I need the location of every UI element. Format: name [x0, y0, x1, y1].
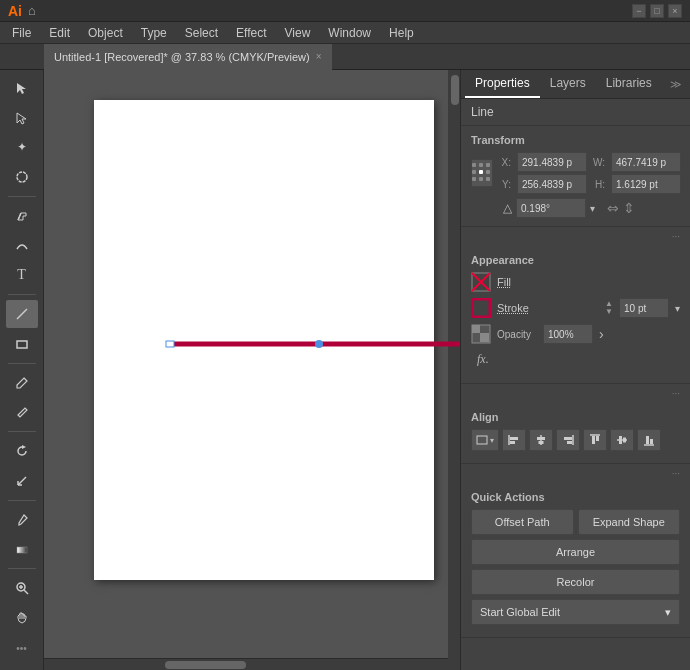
transform-section: Transform	[461, 126, 690, 227]
menu-type[interactable]: Type	[133, 24, 175, 42]
menu-effect[interactable]: Effect	[228, 24, 274, 42]
fill-swatch[interactable]	[471, 272, 491, 292]
menu-select[interactable]: Select	[177, 24, 226, 42]
hand-tool[interactable]	[6, 604, 38, 632]
svg-rect-26	[510, 441, 515, 444]
document-tab[interactable]: Untitled-1 [Recovered]* @ 37.83 % (CMYK/…	[44, 44, 332, 70]
svg-rect-35	[596, 436, 599, 441]
magic-wand-tool[interactable]: ✦	[6, 134, 38, 162]
title-bar: Ai ⌂ − □ ×	[0, 0, 690, 22]
lasso-tool[interactable]	[6, 163, 38, 191]
opacity-input[interactable]	[543, 324, 593, 344]
type-tool[interactable]: T	[6, 262, 38, 290]
menu-edit[interactable]: Edit	[41, 24, 78, 42]
vertical-scrollbar[interactable]	[448, 70, 460, 670]
home-icon[interactable]: ⌂	[28, 3, 36, 18]
stroke-swatch[interactable]	[471, 298, 491, 318]
expand-shape-button[interactable]: Expand Shape	[578, 509, 681, 535]
line-segment-tool[interactable]	[6, 300, 38, 328]
rotate-tool[interactable]	[6, 437, 38, 465]
pencil-tool[interactable]	[6, 399, 38, 427]
close-button[interactable]: ×	[668, 4, 682, 18]
svg-rect-25	[510, 437, 518, 440]
maximize-button[interactable]: □	[650, 4, 664, 18]
stroke-down-arrow[interactable]: ▼	[605, 308, 613, 316]
appearance-section-more[interactable]: ···	[461, 384, 690, 403]
tab-properties[interactable]: Properties	[465, 70, 540, 98]
align-center-v-button[interactable]	[610, 429, 634, 451]
panel-overflow-button[interactable]: ≫	[662, 70, 690, 98]
align-to-dropdown[interactable]: ▾	[471, 429, 499, 451]
menu-help[interactable]: Help	[381, 24, 422, 42]
w-label: W:	[591, 157, 607, 168]
align-left-button[interactable]	[502, 429, 526, 451]
eyedropper-tool[interactable]	[6, 506, 38, 534]
stroke-dropdown[interactable]: ▾	[675, 303, 680, 314]
direct-selection-tool[interactable]	[6, 104, 38, 132]
stroke-value-input[interactable]	[619, 298, 669, 318]
tab-libraries[interactable]: Libraries	[596, 70, 662, 98]
rectangle-tool[interactable]	[6, 330, 38, 358]
tab-layers[interactable]: Layers	[540, 70, 596, 98]
menu-file[interactable]: File	[4, 24, 39, 42]
opacity-row: Opacity ›	[471, 324, 680, 344]
angle-input[interactable]	[516, 198, 586, 218]
start-global-edit-button[interactable]: Start Global Edit ▾	[471, 599, 680, 625]
svg-rect-37	[619, 436, 622, 444]
align-bottom-button[interactable]	[637, 429, 661, 451]
transform-section-more[interactable]: ···	[461, 227, 690, 246]
wh-inputs: W: H:	[591, 152, 681, 194]
title-bar-controls: − □ ×	[632, 4, 682, 18]
appearance-title: Appearance	[471, 254, 680, 266]
align-right-button[interactable]	[556, 429, 580, 451]
x-input[interactable]	[517, 152, 587, 172]
canvas-area[interactable]	[44, 70, 460, 670]
horizontal-scrollbar[interactable]	[44, 658, 448, 670]
w-input[interactable]	[611, 152, 681, 172]
curvature-tool[interactable]	[6, 232, 38, 260]
menu-object[interactable]: Object	[80, 24, 131, 42]
fx-button[interactable]: fx.	[471, 350, 495, 369]
selection-tool[interactable]	[6, 74, 38, 102]
toolbar-bottom: •••	[6, 634, 38, 666]
arrange-button[interactable]: Arrange	[471, 539, 680, 565]
flip-h-icon[interactable]: ⇔	[607, 200, 619, 216]
minimize-button[interactable]: −	[632, 4, 646, 18]
svg-rect-21	[472, 325, 480, 333]
align-section: Align ▾	[461, 403, 690, 464]
menu-window[interactable]: Window	[320, 24, 379, 42]
horizontal-scroll-thumb[interactable]	[165, 661, 246, 669]
line-element	[169, 341, 460, 347]
paintbrush-tool[interactable]	[6, 369, 38, 397]
svg-rect-29	[539, 441, 544, 444]
anchor-dot-tr	[486, 163, 490, 167]
line-svg	[169, 341, 460, 347]
menu-view[interactable]: View	[277, 24, 319, 42]
transform-anchor[interactable]	[471, 159, 493, 187]
anchor-dot-tl	[472, 163, 476, 167]
constrain-proportions-icon[interactable]	[685, 157, 690, 189]
svg-line-3	[18, 477, 26, 485]
align-section-more[interactable]: ···	[461, 464, 690, 483]
stroke-row: Stroke ▲ ▼ ▾	[471, 298, 680, 318]
offset-path-button[interactable]: Offset Path	[471, 509, 574, 535]
y-input[interactable]	[517, 174, 587, 194]
stroke-spinner[interactable]: ▲ ▼	[605, 300, 613, 316]
pen-tool[interactable]	[6, 202, 38, 230]
doc-tab-close[interactable]: ×	[316, 51, 322, 62]
h-input[interactable]	[611, 174, 681, 194]
vertical-scroll-thumb[interactable]	[451, 75, 459, 105]
svg-rect-22	[480, 333, 489, 342]
svg-line-1	[17, 309, 27, 319]
flip-v-icon[interactable]: ⇕	[623, 200, 635, 216]
opacity-arrow[interactable]: ›	[599, 326, 604, 342]
gradient-tool[interactable]	[6, 536, 38, 564]
tool-separator-4	[8, 431, 36, 432]
angle-dropdown[interactable]: ▾	[590, 203, 595, 214]
zoom-tool[interactable]	[6, 574, 38, 602]
align-center-h-button[interactable]	[529, 429, 553, 451]
recolor-button[interactable]: Recolor	[471, 569, 680, 595]
scale-tool[interactable]	[6, 467, 38, 495]
align-top-button[interactable]	[583, 429, 607, 451]
edit-toolbar-button[interactable]: •••	[6, 634, 38, 662]
